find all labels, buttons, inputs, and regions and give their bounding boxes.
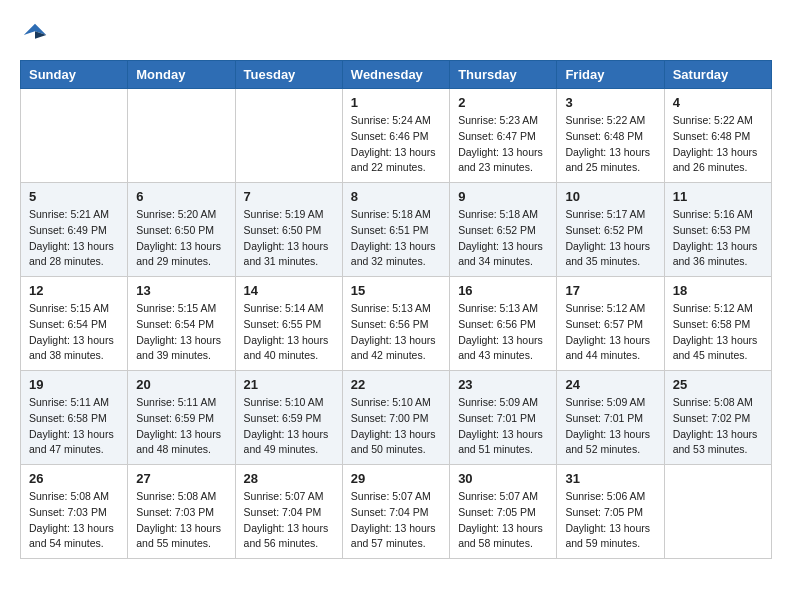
day-info: Sunrise: 5:10 AM Sunset: 7:00 PM Dayligh… (351, 395, 441, 458)
day-info: Sunrise: 5:07 AM Sunset: 7:04 PM Dayligh… (351, 489, 441, 552)
calendar-cell: 9Sunrise: 5:18 AM Sunset: 6:52 PM Daylig… (450, 183, 557, 277)
calendar-cell: 29Sunrise: 5:07 AM Sunset: 7:04 PM Dayli… (342, 465, 449, 559)
calendar-cell: 2Sunrise: 5:23 AM Sunset: 6:47 PM Daylig… (450, 89, 557, 183)
day-number: 31 (565, 471, 655, 486)
calendar-cell: 12Sunrise: 5:15 AM Sunset: 6:54 PM Dayli… (21, 277, 128, 371)
calendar-cell: 13Sunrise: 5:15 AM Sunset: 6:54 PM Dayli… (128, 277, 235, 371)
day-info: Sunrise: 5:22 AM Sunset: 6:48 PM Dayligh… (673, 113, 763, 176)
calendar-week-row: 1Sunrise: 5:24 AM Sunset: 6:46 PM Daylig… (21, 89, 772, 183)
calendar-cell: 21Sunrise: 5:10 AM Sunset: 6:59 PM Dayli… (235, 371, 342, 465)
day-header-thursday: Thursday (450, 61, 557, 89)
calendar-cell: 22Sunrise: 5:10 AM Sunset: 7:00 PM Dayli… (342, 371, 449, 465)
calendar-cell: 8Sunrise: 5:18 AM Sunset: 6:51 PM Daylig… (342, 183, 449, 277)
header (20, 20, 772, 50)
day-info: Sunrise: 5:22 AM Sunset: 6:48 PM Dayligh… (565, 113, 655, 176)
day-header-tuesday: Tuesday (235, 61, 342, 89)
day-info: Sunrise: 5:08 AM Sunset: 7:03 PM Dayligh… (29, 489, 119, 552)
calendar-cell (128, 89, 235, 183)
day-number: 13 (136, 283, 226, 298)
day-info: Sunrise: 5:16 AM Sunset: 6:53 PM Dayligh… (673, 207, 763, 270)
calendar-week-row: 26Sunrise: 5:08 AM Sunset: 7:03 PM Dayli… (21, 465, 772, 559)
day-info: Sunrise: 5:23 AM Sunset: 6:47 PM Dayligh… (458, 113, 548, 176)
calendar-cell: 24Sunrise: 5:09 AM Sunset: 7:01 PM Dayli… (557, 371, 664, 465)
day-info: Sunrise: 5:10 AM Sunset: 6:59 PM Dayligh… (244, 395, 334, 458)
calendar-cell: 1Sunrise: 5:24 AM Sunset: 6:46 PM Daylig… (342, 89, 449, 183)
calendar-body: 1Sunrise: 5:24 AM Sunset: 6:46 PM Daylig… (21, 89, 772, 559)
logo (20, 20, 54, 50)
calendar-cell: 11Sunrise: 5:16 AM Sunset: 6:53 PM Dayli… (664, 183, 771, 277)
calendar-cell: 18Sunrise: 5:12 AM Sunset: 6:58 PM Dayli… (664, 277, 771, 371)
day-info: Sunrise: 5:08 AM Sunset: 7:03 PM Dayligh… (136, 489, 226, 552)
day-number: 24 (565, 377, 655, 392)
calendar-cell: 16Sunrise: 5:13 AM Sunset: 6:56 PM Dayli… (450, 277, 557, 371)
day-number: 2 (458, 95, 548, 110)
day-number: 5 (29, 189, 119, 204)
day-info: Sunrise: 5:15 AM Sunset: 6:54 PM Dayligh… (29, 301, 119, 364)
day-info: Sunrise: 5:06 AM Sunset: 7:05 PM Dayligh… (565, 489, 655, 552)
day-info: Sunrise: 5:07 AM Sunset: 7:04 PM Dayligh… (244, 489, 334, 552)
calendar-cell: 7Sunrise: 5:19 AM Sunset: 6:50 PM Daylig… (235, 183, 342, 277)
day-info: Sunrise: 5:20 AM Sunset: 6:50 PM Dayligh… (136, 207, 226, 270)
day-info: Sunrise: 5:18 AM Sunset: 6:52 PM Dayligh… (458, 207, 548, 270)
day-info: Sunrise: 5:13 AM Sunset: 6:56 PM Dayligh… (458, 301, 548, 364)
day-number: 1 (351, 95, 441, 110)
day-header-sunday: Sunday (21, 61, 128, 89)
day-number: 12 (29, 283, 119, 298)
day-info: Sunrise: 5:08 AM Sunset: 7:02 PM Dayligh… (673, 395, 763, 458)
day-info: Sunrise: 5:14 AM Sunset: 6:55 PM Dayligh… (244, 301, 334, 364)
calendar-cell (664, 465, 771, 559)
day-number: 3 (565, 95, 655, 110)
calendar-cell: 3Sunrise: 5:22 AM Sunset: 6:48 PM Daylig… (557, 89, 664, 183)
calendar-cell: 26Sunrise: 5:08 AM Sunset: 7:03 PM Dayli… (21, 465, 128, 559)
calendar-table: SundayMondayTuesdayWednesdayThursdayFrid… (20, 60, 772, 559)
day-header-friday: Friday (557, 61, 664, 89)
day-number: 18 (673, 283, 763, 298)
day-number: 21 (244, 377, 334, 392)
day-header-monday: Monday (128, 61, 235, 89)
day-number: 4 (673, 95, 763, 110)
day-info: Sunrise: 5:17 AM Sunset: 6:52 PM Dayligh… (565, 207, 655, 270)
day-number: 22 (351, 377, 441, 392)
logo-bird-icon (20, 20, 50, 50)
calendar-cell: 14Sunrise: 5:14 AM Sunset: 6:55 PM Dayli… (235, 277, 342, 371)
day-info: Sunrise: 5:15 AM Sunset: 6:54 PM Dayligh… (136, 301, 226, 364)
day-number: 15 (351, 283, 441, 298)
day-number: 25 (673, 377, 763, 392)
day-number: 23 (458, 377, 548, 392)
calendar-cell: 17Sunrise: 5:12 AM Sunset: 6:57 PM Dayli… (557, 277, 664, 371)
day-number: 14 (244, 283, 334, 298)
day-info: Sunrise: 5:18 AM Sunset: 6:51 PM Dayligh… (351, 207, 441, 270)
calendar-cell: 28Sunrise: 5:07 AM Sunset: 7:04 PM Dayli… (235, 465, 342, 559)
calendar-cell: 23Sunrise: 5:09 AM Sunset: 7:01 PM Dayli… (450, 371, 557, 465)
day-info: Sunrise: 5:19 AM Sunset: 6:50 PM Dayligh… (244, 207, 334, 270)
day-info: Sunrise: 5:12 AM Sunset: 6:57 PM Dayligh… (565, 301, 655, 364)
calendar-cell: 30Sunrise: 5:07 AM Sunset: 7:05 PM Dayli… (450, 465, 557, 559)
day-info: Sunrise: 5:11 AM Sunset: 6:59 PM Dayligh… (136, 395, 226, 458)
calendar-cell: 25Sunrise: 5:08 AM Sunset: 7:02 PM Dayli… (664, 371, 771, 465)
day-number: 9 (458, 189, 548, 204)
day-number: 26 (29, 471, 119, 486)
day-number: 20 (136, 377, 226, 392)
day-number: 17 (565, 283, 655, 298)
day-info: Sunrise: 5:24 AM Sunset: 6:46 PM Dayligh… (351, 113, 441, 176)
calendar-header-row: SundayMondayTuesdayWednesdayThursdayFrid… (21, 61, 772, 89)
day-info: Sunrise: 5:13 AM Sunset: 6:56 PM Dayligh… (351, 301, 441, 364)
day-info: Sunrise: 5:09 AM Sunset: 7:01 PM Dayligh… (565, 395, 655, 458)
calendar-week-row: 12Sunrise: 5:15 AM Sunset: 6:54 PM Dayli… (21, 277, 772, 371)
calendar-cell: 20Sunrise: 5:11 AM Sunset: 6:59 PM Dayli… (128, 371, 235, 465)
day-number: 7 (244, 189, 334, 204)
day-number: 8 (351, 189, 441, 204)
day-info: Sunrise: 5:09 AM Sunset: 7:01 PM Dayligh… (458, 395, 548, 458)
day-number: 16 (458, 283, 548, 298)
day-header-saturday: Saturday (664, 61, 771, 89)
day-number: 29 (351, 471, 441, 486)
day-number: 27 (136, 471, 226, 486)
calendar-cell: 31Sunrise: 5:06 AM Sunset: 7:05 PM Dayli… (557, 465, 664, 559)
day-number: 11 (673, 189, 763, 204)
day-info: Sunrise: 5:11 AM Sunset: 6:58 PM Dayligh… (29, 395, 119, 458)
day-number: 19 (29, 377, 119, 392)
day-number: 6 (136, 189, 226, 204)
day-number: 30 (458, 471, 548, 486)
calendar-cell: 27Sunrise: 5:08 AM Sunset: 7:03 PM Dayli… (128, 465, 235, 559)
calendar-cell: 15Sunrise: 5:13 AM Sunset: 6:56 PM Dayli… (342, 277, 449, 371)
